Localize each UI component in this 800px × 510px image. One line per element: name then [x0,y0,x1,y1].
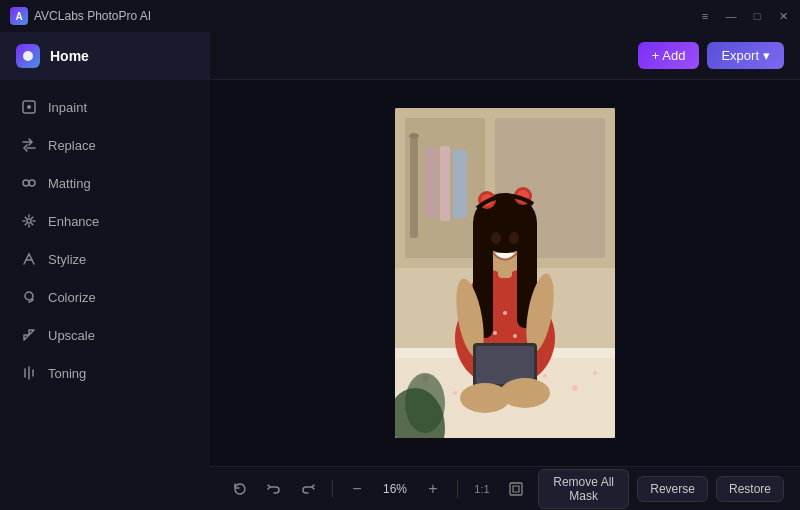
zoom-level: 16% [377,482,413,496]
upscale-icon [20,326,38,344]
canvas-area [210,80,800,466]
matting-icon [20,174,38,192]
redo-button[interactable] [294,475,322,503]
svg-point-30 [503,311,507,315]
fit-button[interactable] [502,475,530,503]
minimize-button[interactable]: — [724,9,738,23]
sidebar-logo [16,44,40,68]
inpaint-label: Inpaint [48,100,87,115]
export-button[interactable]: Export ▾ [707,42,784,69]
stylize-label: Stylize [48,252,86,267]
svg-point-26 [593,371,597,375]
svg-point-4 [29,180,35,186]
rotate-left-button[interactable] [226,475,254,503]
maximize-button[interactable]: □ [750,9,764,23]
colorize-icon [20,288,38,306]
inpaint-icon [20,98,38,116]
toning-icon [20,364,38,382]
toning-label: Toning [48,366,86,381]
svg-point-2 [27,105,31,109]
sidebar-nav: Inpaint Replace Matting [0,80,210,510]
sidebar-item-toning[interactable]: Toning [0,354,210,392]
main-layout: Home Inpaint Replace [0,32,800,510]
title-bar-left: A AVCLabs PhotoPro AI [10,7,151,25]
divider-1 [332,480,333,498]
sidebar-item-colorize[interactable]: Colorize [0,278,210,316]
zoom-in-button[interactable]: + [419,475,447,503]
sidebar-item-inpaint[interactable]: Inpaint [0,88,210,126]
enhance-label: Enhance [48,214,99,229]
top-bar: + Add Export ▾ [210,32,800,80]
svg-rect-53 [510,483,522,495]
svg-point-24 [543,374,547,378]
toolbar-left: − 16% + 1:1 [226,475,530,503]
matting-label: Matting [48,176,91,191]
svg-rect-14 [410,138,418,238]
title-bar: A AVCLabs PhotoPro AI ≡ — □ ✕ [0,0,800,32]
bottom-toolbar: − 16% + 1:1 Remove All [210,466,800,510]
divider-2 [457,480,458,498]
svg-point-52 [405,373,445,433]
svg-point-25 [572,385,578,391]
colorize-label: Colorize [48,290,96,305]
svg-point-39 [491,232,501,244]
app-logo: A [10,7,28,25]
svg-point-50 [500,378,550,408]
enhance-icon [20,212,38,230]
undo-button[interactable] [260,475,288,503]
one-to-one-label: 1:1 [474,483,489,495]
sidebar-item-enhance[interactable]: Enhance [0,202,210,240]
add-button[interactable]: + Add [638,42,700,69]
sidebar-item-upscale[interactable]: Upscale [0,316,210,354]
restore-button[interactable]: Restore [716,476,784,502]
remove-all-mask-button[interactable]: Remove All Mask [538,469,629,509]
export-label: Export [721,48,759,63]
svg-rect-17 [440,146,450,221]
toolbar-right: Remove All Mask Reverse Restore [538,469,784,509]
zoom-out-button[interactable]: − [343,475,371,503]
svg-point-22 [453,391,457,395]
photo-frame [395,108,615,438]
svg-point-40 [509,232,519,244]
svg-point-33 [513,334,517,338]
upscale-label: Upscale [48,328,95,343]
app-title: AVCLabs PhotoPro AI [34,9,151,23]
svg-point-3 [23,180,29,186]
one-to-one-button[interactable]: 1:1 [468,475,496,503]
photo-image [395,108,615,438]
export-chevron-icon: ▾ [763,48,770,63]
svg-point-6 [25,292,33,300]
close-button[interactable]: ✕ [776,9,790,23]
reverse-button[interactable]: Reverse [637,476,708,502]
window-controls: ≡ — □ ✕ [698,9,790,23]
sidebar-item-matting[interactable]: Matting [0,164,210,202]
menu-button[interactable]: ≡ [698,9,712,23]
svg-point-5 [27,219,31,223]
svg-point-15 [409,133,419,139]
sidebar-item-stylize[interactable]: Stylize [0,240,210,278]
replace-label: Replace [48,138,96,153]
svg-point-32 [493,331,497,335]
content-area: + Add Export ▾ [210,32,800,510]
svg-rect-16 [425,148,437,218]
sidebar-header: Home [0,32,210,80]
svg-rect-18 [453,150,467,218]
sidebar: Home Inpaint Replace [0,32,210,510]
svg-point-0 [23,51,33,61]
sidebar-item-replace[interactable]: Replace [0,126,210,164]
replace-icon [20,136,38,154]
home-label: Home [50,48,89,64]
stylize-icon [20,250,38,268]
